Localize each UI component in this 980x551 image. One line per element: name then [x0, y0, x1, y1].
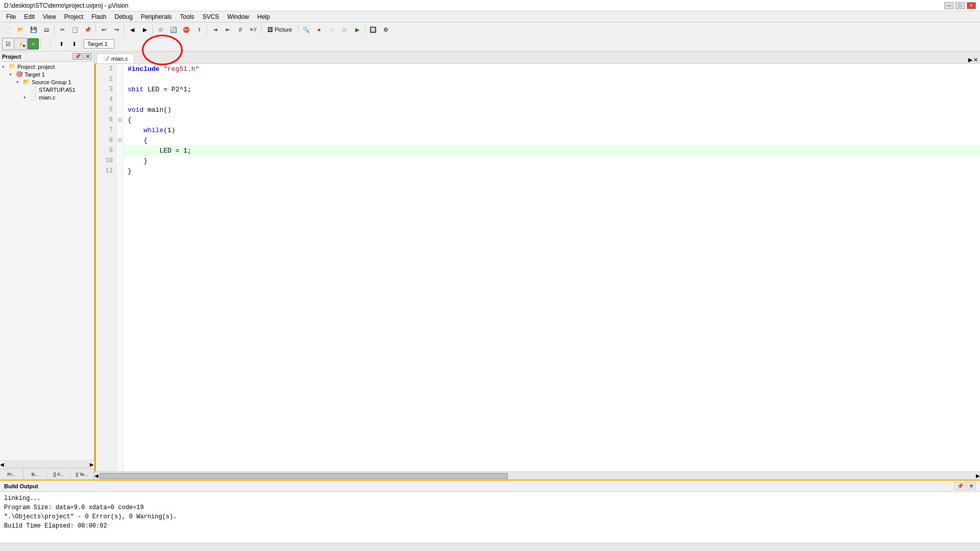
code-line-9[interactable]: LED = 1;	[124, 145, 980, 156]
hscroll-right-btn[interactable]: ▶	[976, 473, 980, 479]
target-settings-button[interactable]: ☑	[2, 38, 14, 50]
debug-start-button[interactable]: ●	[313, 23, 325, 36]
menu-edit[interactable]: Edit	[20, 12, 39, 21]
toolbar-main: 📄 📂 💾 🗂 ✂ 📋 📌 ↩ ↪ ◀ ▶ ⚙ 🔄 ⛔ ⬇ ⇥ ⇤ // ✕//…	[0, 22, 980, 37]
tree-source-group[interactable]: ▾ 📂 Source Group 1	[1, 78, 93, 86]
menu-debug[interactable]: Debug	[111, 12, 137, 21]
editor-hscrollbar[interactable]: ◀ ▶	[94, 471, 980, 480]
editor-area: 📝 mian.c ▶ ✕ 1 2 3 4 5 6 7 8 9 10 11	[94, 52, 980, 480]
code-line-3[interactable]: sbit LED = P2^1;	[124, 84, 980, 94]
stop-build-button[interactable]: ⛔	[180, 23, 192, 36]
menu-project[interactable]: Project	[60, 12, 87, 21]
menu-peripherals[interactable]: Peripherals	[137, 12, 176, 21]
view-btn1[interactable]: 🔲	[367, 23, 379, 36]
download-button[interactable]: ⬇	[193, 23, 205, 36]
code-line-2[interactable]	[124, 74, 980, 84]
tab-books[interactable]: B...	[23, 469, 47, 480]
indent-button[interactable]: ⇥	[209, 23, 221, 36]
code-line-4[interactable]	[124, 94, 980, 105]
cut-button[interactable]: ✂	[56, 23, 68, 36]
build-hscroll[interactable]	[0, 543, 980, 551]
panel-hscroll[interactable]: ◀ ▶	[0, 460, 94, 468]
tree-target[interactable]: ▾ 🎯 Target 1	[1, 70, 93, 78]
debug-stop-button[interactable]: ○	[326, 23, 338, 36]
toolbar-secondary: ☑ ⚡ ▼ + 📄 ⬆ ⬇ Target 1	[0, 37, 980, 51]
code-line-11[interactable]: }	[124, 166, 980, 176]
browse-fwd-button[interactable]: ⬆	[55, 38, 67, 50]
build-close-button[interactable]: ✕	[967, 482, 976, 490]
gutter-2	[116, 74, 123, 84]
code-line-10[interactable]: }	[124, 156, 980, 166]
hscroll-thumb[interactable]	[100, 473, 508, 479]
menu-help[interactable]: Help	[253, 12, 274, 21]
build-button[interactable]: ⚙	[155, 23, 167, 36]
gutter-6[interactable]: ⊟	[116, 115, 123, 125]
code-line-8[interactable]: {	[124, 135, 980, 145]
ln-4: 4	[96, 94, 116, 105]
browse-home-button[interactable]: ⬇	[68, 38, 80, 50]
menu-flash[interactable]: Flash	[87, 12, 110, 21]
unindent-button[interactable]: ⇤	[222, 23, 234, 36]
code-lines[interactable]: #include "reg51.h" sbit LED = P2^1; void…	[124, 64, 980, 471]
space-3a: LED = P2^1;	[143, 86, 191, 93]
maximize-button[interactable]: □	[955, 2, 965, 9]
close-button[interactable]: ✕	[967, 2, 976, 9]
picture-button[interactable]: 🖼 Picture	[263, 23, 297, 36]
browse-back-button[interactable]: 📄	[42, 38, 55, 50]
gutter-8[interactable]: ⊟	[116, 135, 123, 145]
scroll-left-btn[interactable]: ◀	[0, 462, 4, 467]
editor-tab-mian[interactable]: 📝 mian.c	[96, 54, 134, 63]
menu-tools[interactable]: Tools	[176, 12, 199, 21]
tab-scroll-right[interactable]: ▶	[968, 57, 972, 63]
nav-back-button[interactable]: ◀	[126, 23, 138, 36]
rebuild-button[interactable]: 🔄	[167, 23, 180, 36]
picture-label: Picture	[275, 27, 292, 33]
paren-7: (1)	[163, 127, 175, 134]
panel-pin-button[interactable]: 📌	[72, 53, 83, 60]
gutter-9	[116, 145, 123, 156]
tree-mian[interactable]: ▾ 📄 mian.c	[1, 93, 93, 101]
menu-svcs[interactable]: SVCS	[199, 12, 224, 21]
tree-startup[interactable]: 📄 STARTUP.A51	[1, 86, 93, 93]
save-button[interactable]: 💾	[28, 23, 40, 36]
scroll-right-btn[interactable]: ▶	[90, 462, 94, 467]
tree-root[interactable]: ▾ 📁 Project: project	[1, 63, 93, 70]
code-line-1[interactable]: #include "reg51.h"	[124, 64, 980, 74]
tab-close-all-button[interactable]: ✕	[973, 57, 978, 63]
comment-button[interactable]: //	[234, 23, 247, 36]
open-file-button[interactable]: 📂	[15, 23, 27, 36]
menu-window[interactable]: Window	[223, 12, 253, 21]
uncomment-button[interactable]: ✕//	[247, 23, 259, 36]
hscroll-track[interactable]	[5, 462, 89, 468]
paste-button[interactable]: 📌	[82, 23, 94, 36]
tab-project[interactable]: Pr...	[0, 469, 23, 480]
panel-close-button[interactable]: ✕	[84, 53, 92, 60]
build-pin-button[interactable]: 📌	[954, 482, 966, 490]
target-options-button[interactable]: ⚡ ▼	[15, 38, 27, 50]
debug-btn3[interactable]: ◎	[338, 23, 351, 36]
redo-button[interactable]: ↪	[110, 23, 122, 36]
build-output-panel: Build Output 📌 ✕ linking... Program Size…	[0, 480, 980, 551]
build-content[interactable]: linking... Program Size: data=9.0 xdata=…	[0, 492, 980, 543]
sep10	[82, 39, 82, 49]
find-button[interactable]: 🔍	[300, 23, 312, 36]
hscroll-left-btn[interactable]: ◀	[94, 473, 99, 479]
gutter-5	[116, 105, 123, 115]
add-component-button[interactable]: +	[28, 38, 39, 49]
minimize-button[interactable]: —	[944, 2, 953, 9]
code-line-7[interactable]: while (1)	[124, 125, 980, 135]
menu-view[interactable]: View	[39, 12, 60, 21]
new-file-button[interactable]: 📄	[2, 23, 14, 36]
code-line-6[interactable]: {	[124, 115, 980, 125]
debug-btn4[interactable]: ▶	[351, 23, 363, 36]
tab-functions[interactable]: {} F...	[47, 469, 70, 480]
nav-fwd-button[interactable]: ▶	[139, 23, 151, 36]
undo-button[interactable]: ↩	[97, 23, 110, 36]
settings-button[interactable]: ⚙	[380, 23, 392, 36]
menu-file[interactable]: File	[2, 12, 20, 21]
save-all-button[interactable]: 🗂	[40, 23, 53, 36]
tab-templates[interactable]: || Te...	[70, 469, 94, 480]
mian-icon: 📄	[30, 94, 37, 101]
copy-button[interactable]: 📋	[69, 23, 81, 36]
code-line-5[interactable]: void main()	[124, 105, 980, 115]
